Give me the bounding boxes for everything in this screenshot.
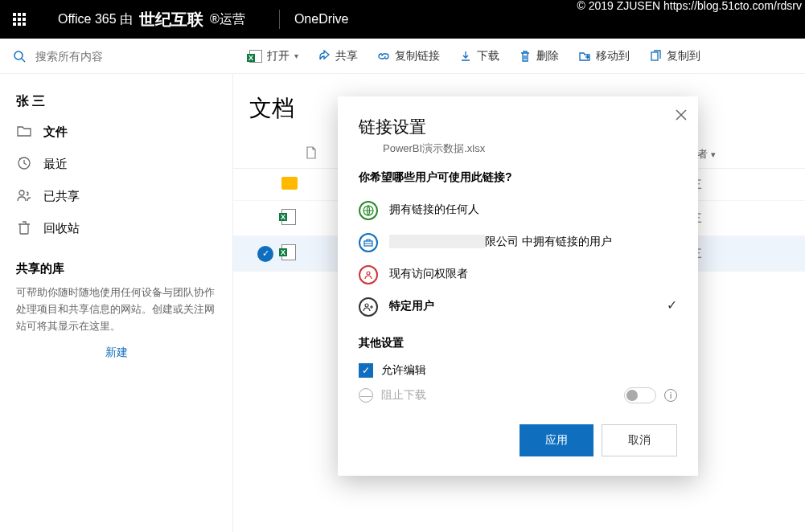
search-input[interactable] (35, 50, 196, 63)
dialog-subtitle: PowerBI演示数据.xlsx (359, 141, 677, 156)
sidebar-item-label: 回收站 (43, 221, 80, 236)
option-organization[interactable]: ████████████限公司 中拥有链接的用户 (359, 227, 677, 259)
clock-icon (16, 156, 32, 173)
search-area[interactable] (13, 50, 238, 63)
block-download-toggle: — 阻止下载 i (359, 383, 677, 408)
trash-icon (519, 50, 532, 63)
other-settings-title: 其他设置 (359, 336, 677, 350)
moveto-button[interactable]: 移动到 (570, 42, 638, 71)
person-icon (359, 265, 378, 284)
cancel-button[interactable]: 取消 (602, 424, 677, 456)
new-library-button[interactable]: 新建 (16, 346, 216, 360)
allow-edit-checkbox[interactable]: ✓ 允许编辑 (359, 358, 677, 383)
copyto-button[interactable]: 复制到 (641, 42, 708, 71)
watermark-text: © 2019 ZJUSEN https://blog.51cto.com/rds… (577, 0, 802, 12)
download-label: 下载 (477, 49, 499, 63)
open-label: 打开 (267, 49, 290, 63)
link-icon (377, 50, 390, 63)
open-button[interactable]: 打开 ▾ (241, 42, 306, 71)
sidebar-item-label: 最近 (43, 157, 68, 172)
svg-point-4 (19, 190, 24, 195)
share-icon (318, 50, 331, 63)
share-button[interactable]: 共享 (310, 42, 366, 71)
row-check[interactable]: ✓ (249, 246, 281, 262)
sidebar: 张 三 文件 最近 已共享 回收站 共享的库 可帮助你 (0, 74, 233, 532)
option-anyone[interactable]: 拥有链接的任何人 (359, 194, 677, 227)
close-button[interactable] (676, 108, 687, 125)
apply-button[interactable]: 应用 (520, 424, 593, 456)
globe-icon (359, 201, 378, 220)
copylink-label: 复制链接 (395, 49, 440, 63)
svg-point-0 (14, 51, 23, 59)
file-icon (306, 146, 317, 159)
app-name[interactable]: OneDrive (294, 12, 349, 27)
sidebar-item-files[interactable]: 文件 (0, 117, 232, 148)
copyto-icon (649, 50, 662, 63)
close-icon (676, 109, 687, 121)
checkbox-checked-icon: ✓ (359, 363, 373, 378)
recycle-icon (16, 220, 32, 237)
brand-bold: 世纪互联 (139, 9, 203, 31)
option-label: ████████████限公司 中拥有链接的用户 (389, 233, 677, 250)
person-add-icon (359, 297, 378, 317)
checkmark-icon: ✓ (667, 297, 677, 313)
sidebar-item-recent[interactable]: 最近 (0, 148, 232, 181)
svg-point-7 (367, 272, 370, 275)
moveto-icon (578, 50, 591, 63)
option-existing[interactable]: 现有访问权限者 (359, 259, 677, 291)
block-download-label: 阻止下载 (381, 388, 426, 403)
search-icon (13, 50, 26, 63)
option-label: 现有访问权限者 (389, 265, 677, 282)
excel-file-icon (281, 209, 306, 227)
sidebar-user: 张 三 (0, 87, 232, 117)
lib-title: 共享的库 (16, 261, 216, 276)
dialog-title: 链接设置 (359, 116, 677, 138)
copyto-label: 复制到 (667, 49, 700, 63)
chevron-down-icon: ▾ (294, 51, 298, 60)
svg-point-8 (365, 304, 368, 307)
briefcase-icon (359, 233, 378, 252)
copylink-button[interactable]: 复制链接 (369, 42, 448, 71)
option-label: 特定用户 (389, 297, 655, 314)
divider (279, 10, 280, 29)
lib-desc: 可帮助你随时随地使用任何设备与团队协作处理项目和共享信息的网站。创建或关注网站可… (16, 284, 216, 334)
excel-app-icon (249, 50, 262, 63)
brand-label: Office 365 由 世纪互联 ®运营 (39, 9, 265, 31)
download-button[interactable]: 下载 (451, 42, 507, 71)
folder-icon (281, 177, 306, 192)
brand-suffix: ®运营 (210, 11, 245, 28)
toggle-switch (624, 387, 656, 403)
excel-file-icon (281, 244, 306, 263)
sidebar-item-label: 文件 (43, 125, 68, 140)
disabled-icon: — (359, 388, 373, 403)
share-label: 共享 (335, 49, 358, 63)
app-launcher-icon[interactable] (0, 0, 39, 39)
download-icon (459, 50, 472, 63)
sidebar-item-label: 已共享 (43, 189, 80, 204)
sidebar-item-shared[interactable]: 已共享 (0, 181, 232, 212)
folder-icon (16, 125, 32, 139)
people-icon (16, 189, 32, 204)
svg-line-1 (22, 59, 25, 62)
option-label: 拥有链接的任何人 (389, 201, 677, 218)
sidebar-item-recycle[interactable]: 回收站 (0, 212, 232, 245)
delete-button[interactable]: 删除 (511, 42, 567, 71)
moveto-label: 移动到 (596, 49, 630, 63)
brand-prefix: Office 365 由 (58, 11, 133, 28)
option-specific[interactable]: 特定用户 ✓ (359, 291, 677, 323)
delete-label: 删除 (536, 49, 559, 63)
link-settings-dialog: 链接设置 PowerBI演示数据.xlsx 你希望哪些用户可使用此链接? 拥有链… (338, 96, 698, 476)
svg-rect-2 (651, 52, 658, 60)
info-icon[interactable]: i (664, 389, 677, 402)
check-circle-icon: ✓ (257, 246, 273, 262)
allow-edit-label: 允许编辑 (381, 363, 426, 378)
command-bar: 打开 ▾ 共享 复制链接 下载 删除 移动到 复制到 (0, 39, 805, 74)
dialog-actions: 应用 取消 (359, 424, 677, 456)
dialog-question: 你希望哪些用户可使用此链接? (359, 170, 677, 185)
shared-libraries: 共享的库 可帮助你随时随地使用任何设备与团队协作处理项目和共享信息的网站。创建或… (0, 245, 232, 376)
